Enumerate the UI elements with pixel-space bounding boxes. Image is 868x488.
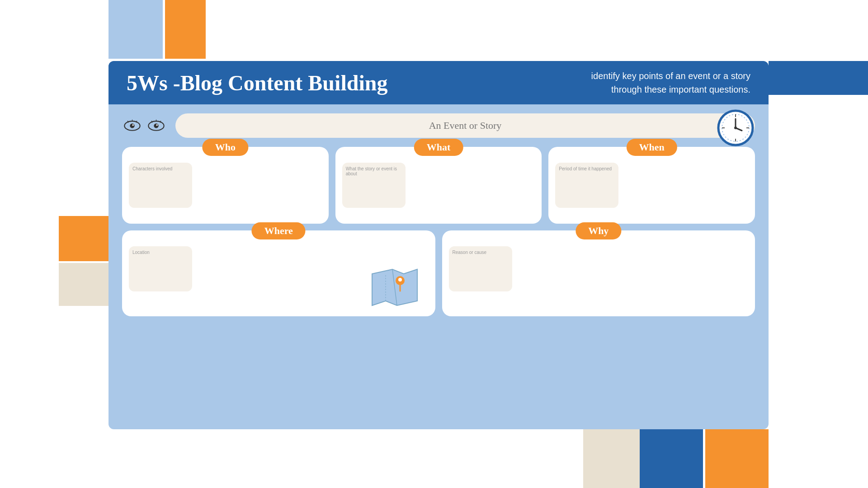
who-card-inner: Characters involved bbox=[129, 163, 192, 208]
deco-bottom-orange bbox=[705, 429, 769, 488]
why-hint: Reason or cause bbox=[453, 250, 509, 255]
svg-point-4 bbox=[734, 127, 737, 129]
deco-bottom-beige bbox=[583, 429, 642, 488]
deco-top-left-orange bbox=[165, 0, 206, 59]
cards-bottom-row: Where Location bbox=[122, 230, 755, 316]
map-illustration bbox=[368, 265, 422, 312]
what-card-inner: What the story or event is about bbox=[342, 163, 406, 208]
deco-top-right-blue bbox=[769, 61, 868, 95]
event-row bbox=[122, 113, 755, 138]
eye-icons bbox=[122, 119, 166, 132]
what-card: What What the story or event is about bbox=[335, 147, 542, 224]
what-hint: What the story or event is about bbox=[346, 166, 402, 176]
where-hint: Location bbox=[132, 250, 189, 255]
why-card-inner: Reason or cause bbox=[449, 246, 512, 291]
deco-top-left-blue bbox=[108, 0, 163, 59]
deco-left-beige bbox=[59, 263, 108, 306]
svg-point-11 bbox=[132, 124, 134, 126]
when-label: When bbox=[627, 139, 677, 156]
eye-icon-2 bbox=[146, 119, 166, 132]
why-label: Why bbox=[576, 222, 621, 239]
svg-point-10 bbox=[130, 123, 134, 128]
where-card: Where Location bbox=[122, 230, 435, 316]
main-canvas: 5Ws -Blog Content Building identify key … bbox=[108, 61, 769, 429]
header-bar: 5Ws -Blog Content Building identify key … bbox=[108, 61, 769, 104]
who-label: Who bbox=[203, 139, 248, 156]
who-hint: Characters involved bbox=[132, 166, 189, 171]
eye-icon-1 bbox=[122, 119, 142, 132]
when-hint: Period of time it happened bbox=[559, 166, 615, 171]
deco-bottom-blue bbox=[640, 429, 703, 488]
event-story-input[interactable] bbox=[175, 113, 755, 138]
clock-icon bbox=[717, 109, 755, 147]
when-card-inner: Period of time it happened bbox=[555, 163, 618, 208]
cards-top-row: Who Characters involved What What the st… bbox=[122, 147, 755, 224]
who-card: Who Characters involved bbox=[122, 147, 329, 224]
where-label: Where bbox=[252, 222, 306, 239]
page-title: 5Ws -Blog Content Building bbox=[127, 70, 387, 95]
svg-point-25 bbox=[398, 278, 402, 282]
clock-container bbox=[717, 109, 755, 149]
page-subtitle: identify key points of an event or a sto… bbox=[406, 69, 750, 96]
what-label: What bbox=[414, 139, 463, 156]
svg-point-16 bbox=[154, 123, 158, 128]
where-card-inner: Location bbox=[129, 246, 192, 291]
why-card: Why Reason or cause bbox=[442, 230, 755, 316]
svg-point-17 bbox=[156, 124, 158, 126]
when-card: When Period of time it happened bbox=[548, 147, 755, 224]
deco-left-orange bbox=[59, 216, 108, 261]
content-area: Who Characters involved What What the st… bbox=[108, 104, 769, 325]
